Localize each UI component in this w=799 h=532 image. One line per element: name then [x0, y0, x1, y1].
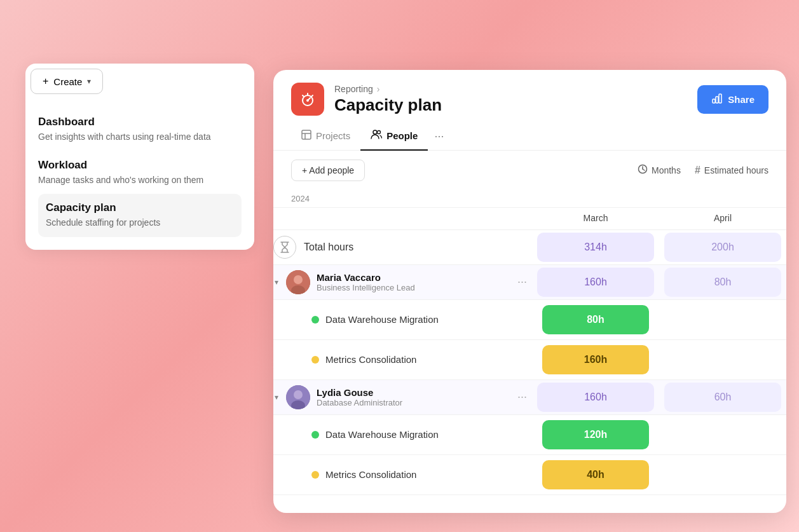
tabs-bar: Projects People ···: [273, 116, 786, 151]
maria-info: Maria Vaccaro Business Intelligence Lead: [317, 272, 506, 292]
total-hours-april-cell: 200h: [659, 229, 786, 264]
maria-april-hours: 80h: [659, 264, 786, 299]
svg-point-12: [373, 130, 377, 134]
svg-line-2: [303, 95, 304, 97]
person-row-maria: ▾ Maria Vaccaro Business Intelli: [273, 264, 786, 299]
toolbar: + Add people Months # Estimated hours: [273, 151, 786, 190]
lydia-dwm-name: Data Warehouse Migration: [325, 429, 439, 440]
yellow-dot-2-icon: [311, 471, 319, 479]
yellow-dot-icon: [311, 356, 319, 364]
month-empty-cell: [273, 207, 532, 229]
lydia-info: Lydia Gouse Database Administrator: [317, 387, 506, 407]
svg-point-13: [378, 131, 381, 134]
toolbar-right: Months # Estimated hours: [638, 164, 768, 177]
lydia-dwm-march-bar: 120h: [542, 420, 649, 449]
lydia-role: Database Administrator: [317, 398, 506, 407]
tab-more[interactable]: ···: [428, 125, 450, 151]
capacity-table-container: 2024 March April: [273, 190, 786, 514]
month-row: March April: [273, 207, 786, 229]
maria-role: Business Intelligence Lead: [317, 283, 506, 292]
maria-dwm-name: Data Warehouse Migration: [325, 314, 439, 325]
maria-cell: ▾ Maria Vaccaro Business Intelli: [273, 264, 532, 299]
dashboard-desc: Get insights with charts using real-time…: [38, 131, 242, 144]
hash-icon: #: [695, 165, 700, 176]
dashboard-title: Dashboard: [38, 116, 242, 128]
breadcrumb: Reporting ›: [334, 84, 442, 94]
capacity-table: 2024 March April: [273, 190, 786, 495]
clock-icon: [638, 164, 648, 177]
green-dot-2-icon: [311, 431, 319, 439]
main-panel: Reporting › Capacity plan Share: [273, 70, 786, 513]
plus-icon: +: [43, 76, 48, 87]
menu-item-dashboard[interactable]: Dashboard Get insights with charts using…: [38, 108, 242, 151]
app-icon: [291, 83, 324, 116]
menu-item-capacity-plan[interactable]: Capacity plan Schedule staffing for proj…: [38, 194, 242, 237]
maria-name: Maria Vaccaro: [317, 272, 506, 283]
maria-dwm-cell: Data Warehouse Migration: [273, 299, 532, 339]
capacity-plan-desc: Schedule staffing for projects: [46, 217, 234, 229]
lydia-name: Lydia Gouse: [317, 387, 506, 398]
header-left: Reporting › Capacity plan: [291, 83, 442, 116]
maria-chevron[interactable]: ▾: [273, 276, 280, 288]
year-row: 2024: [273, 190, 786, 208]
lydia-cell: ▾ Lydia Gouse Database Administr: [273, 379, 532, 414]
add-people-label: + Add people: [302, 165, 354, 175]
tab-projects-label: Projects: [316, 130, 350, 141]
people-icon: [371, 130, 382, 142]
total-hours-row: Total hours 314h 200h: [273, 229, 786, 264]
svg-point-18: [294, 275, 303, 284]
header-titles: Reporting › Capacity plan: [334, 84, 442, 115]
maria-avatar: [286, 270, 310, 294]
lydia-avatar: [286, 385, 310, 409]
lydia-chevron[interactable]: ▾: [273, 392, 280, 403]
menu-item-workload[interactable]: Workload Manage tasks and who's working …: [38, 151, 242, 194]
share-label: Share: [728, 94, 755, 105]
chevron-down-icon: ▾: [87, 77, 91, 86]
total-hours-march-cell: 314h: [532, 229, 659, 264]
share-button[interactable]: Share: [697, 85, 768, 114]
maria-dwm-march-bar: 80h: [542, 305, 649, 334]
maria-more-button[interactable]: ···: [512, 273, 532, 291]
tab-people-label: People: [386, 130, 418, 141]
svg-line-3: [311, 95, 313, 97]
total-hours-label-cell: Total hours: [273, 229, 532, 264]
page-title: Capacity plan: [334, 95, 442, 115]
svg-rect-8: [719, 94, 721, 103]
total-hours-march: 314h: [537, 233, 654, 262]
hourglass-icon: [273, 236, 296, 259]
maria-mc-march-bar: 160h: [542, 345, 649, 374]
maria-mc-april-cell: [659, 339, 786, 379]
maria-april-value: 80h: [664, 268, 781, 297]
lydia-project-2-row: Metrics Consolidation 40h: [273, 454, 786, 494]
svg-rect-6: [713, 99, 715, 103]
add-people-button[interactable]: + Add people: [291, 160, 365, 181]
lydia-mc-march-bar: 40h: [542, 460, 649, 489]
svg-rect-7: [716, 97, 718, 103]
maria-dwm-march-cell: 80h: [532, 299, 659, 339]
lydia-april-value: 60h: [664, 383, 781, 412]
lydia-dwm-april-cell: [659, 414, 786, 454]
svg-point-21: [294, 390, 303, 399]
maria-march-hours: 160h: [532, 264, 659, 299]
create-label: Create: [53, 76, 82, 87]
lydia-mc-cell: Metrics Consolidation: [273, 454, 532, 494]
maria-project-1-row: Data Warehouse Migration 80h: [273, 299, 786, 339]
workload-title: Workload: [38, 159, 242, 172]
projects-icon: [301, 130, 311, 142]
svg-line-16: [643, 169, 645, 170]
svg-rect-9: [302, 130, 311, 139]
tab-projects[interactable]: Projects: [291, 125, 360, 151]
months-label: Months: [652, 165, 681, 175]
svg-point-5: [306, 99, 309, 102]
month-march: March: [532, 207, 659, 229]
tab-people[interactable]: People: [360, 125, 428, 151]
year-march-cell: [532, 190, 659, 208]
create-button[interactable]: + Create ▾: [31, 69, 103, 94]
maria-dwm-april-cell: [659, 299, 786, 339]
capacity-plan-title: Capacity plan: [46, 201, 234, 214]
lydia-march-value: 160h: [537, 383, 654, 412]
lydia-more-button[interactable]: ···: [512, 388, 532, 406]
person-row-lydia: ▾ Lydia Gouse Database Administr: [273, 379, 786, 414]
estimated-hours-selector[interactable]: # Estimated hours: [695, 165, 768, 176]
months-selector[interactable]: Months: [638, 164, 681, 177]
